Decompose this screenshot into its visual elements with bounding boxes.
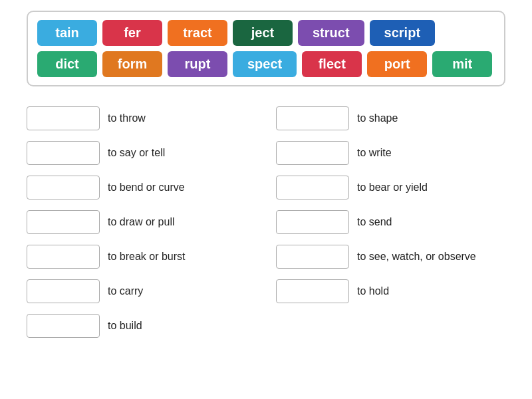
- word-tile-dict[interactable]: dict: [37, 51, 97, 77]
- match-row-right-5: to hold: [276, 274, 505, 309]
- answer-box-right-3[interactable]: [276, 210, 349, 234]
- match-row-left-4: to break or burst: [27, 239, 256, 274]
- match-row-left-1: to say or tell: [27, 136, 256, 170]
- match-row-right-1: to write: [276, 136, 505, 170]
- answer-box-right-1[interactable]: [276, 141, 349, 165]
- match-row-right-0: to shape: [276, 101, 505, 136]
- clue-text-right-5: to hold: [357, 285, 389, 299]
- word-bank: tainfertractjectstructscriptdictformrupt…: [27, 11, 505, 86]
- word-tile-mit[interactable]: mit: [432, 51, 492, 77]
- answer-box-right-4[interactable]: [276, 245, 349, 269]
- word-tile-form[interactable]: form: [102, 51, 162, 77]
- word-tile-script[interactable]: script: [370, 20, 435, 46]
- match-row-right-4: to see, watch, or observe: [276, 239, 505, 274]
- answer-box-right-5[interactable]: [276, 279, 349, 303]
- word-tile-spect[interactable]: spect: [233, 51, 297, 77]
- answer-box-left-4[interactable]: [27, 245, 100, 269]
- clue-text-left-3: to draw or pull: [108, 215, 175, 229]
- match-row-left-5: to carry: [27, 274, 256, 309]
- answer-box-left-6[interactable]: [27, 314, 100, 338]
- clue-text-right-0: to shape: [357, 112, 398, 126]
- matching-area: to throwto say or tellto bend or curveto…: [27, 101, 505, 343]
- clue-text-left-1: to say or tell: [108, 146, 165, 160]
- match-row-left-2: to bend or curve: [27, 170, 256, 205]
- answer-box-right-2[interactable]: [276, 176, 349, 200]
- clue-text-right-3: to send: [357, 215, 392, 229]
- word-tile-tain[interactable]: tain: [37, 20, 97, 46]
- clue-text-left-0: to throw: [108, 112, 146, 126]
- clue-text-left-6: to build: [108, 319, 142, 333]
- match-row-left-3: to draw or pull: [27, 205, 256, 239]
- answer-box-left-1[interactable]: [27, 141, 100, 165]
- word-tile-rupt[interactable]: rupt: [168, 51, 227, 77]
- word-tile-ject[interactable]: ject: [233, 20, 293, 46]
- answer-box-left-3[interactable]: [27, 210, 100, 234]
- match-row-right-2: to bear or yield: [276, 170, 505, 205]
- answer-box-left-2[interactable]: [27, 176, 100, 200]
- clue-text-right-4: to see, watch, or observe: [357, 250, 476, 264]
- clue-text-right-1: to write: [357, 146, 392, 160]
- clue-text-left-4: to break or burst: [108, 250, 186, 264]
- match-row-left-0: to throw: [27, 101, 256, 136]
- word-tile-fer[interactable]: fer: [102, 20, 162, 46]
- clue-text-right-2: to bear or yield: [357, 181, 428, 195]
- word-tile-struct[interactable]: struct: [298, 20, 364, 46]
- answer-box-left-0[interactable]: [27, 106, 100, 130]
- clue-text-left-5: to carry: [108, 285, 143, 299]
- answer-box-left-5[interactable]: [27, 279, 100, 303]
- answer-box-right-0[interactable]: [276, 106, 349, 130]
- clue-text-left-2: to bend or curve: [108, 181, 185, 195]
- match-row-left-6: to build: [27, 309, 256, 343]
- match-row-right-3: to send: [276, 205, 505, 239]
- word-tile-tract[interactable]: tract: [168, 20, 227, 46]
- word-tile-flect[interactable]: flect: [302, 51, 362, 77]
- word-tile-port[interactable]: port: [367, 51, 427, 77]
